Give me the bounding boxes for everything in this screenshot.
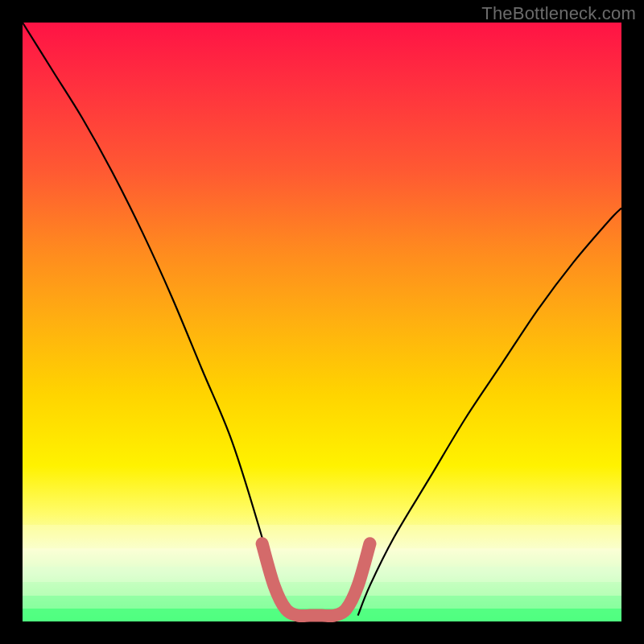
- plot-area: [23, 23, 621, 621]
- right-curve-path: [358, 208, 621, 616]
- watermark-text: TheBottleneck.com: [481, 3, 636, 24]
- left-curve-path: [23, 23, 286, 616]
- valley-floor-path: [262, 543, 370, 616]
- curves-layer: [23, 23, 621, 621]
- chart-frame: TheBottleneck.com: [0, 0, 644, 644]
